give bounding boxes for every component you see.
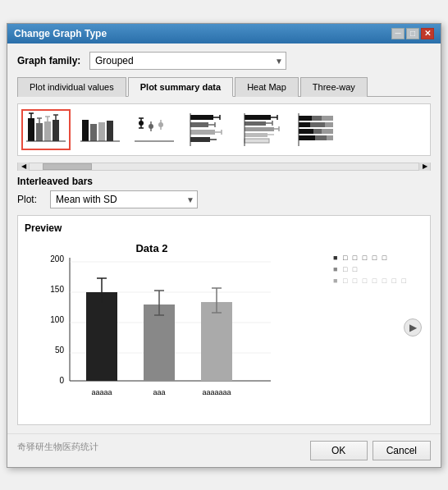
- chart-svg-area: Data 2 200 150 100 50 0: [25, 237, 304, 418]
- svg-rect-54: [245, 139, 269, 143]
- plot-select[interactable]: Mean with SD Mean with SEM Mean with 95%…: [50, 190, 198, 208]
- svg-rect-62: [299, 129, 313, 134]
- svg-text:200: 200: [50, 254, 64, 263]
- graph-option-6[interactable]: [292, 109, 341, 150]
- chart-svg: Data 2 200 150 100 50 0: [25, 237, 295, 414]
- svg-rect-12: [53, 120, 59, 141]
- chart-title: Data 2: [135, 242, 167, 254]
- graph-option-2[interactable]: [75, 109, 125, 150]
- legend-item-2: ■ □ □: [333, 265, 415, 273]
- graph-family-row: Graph family: Grouped XY Survival Bar Pa…: [17, 52, 431, 70]
- tab-plot-individual[interactable]: Plot individual values: [17, 77, 126, 97]
- title-bar-controls: ─ □ ✕: [391, 28, 434, 39]
- graph-option-1[interactable]: [21, 109, 71, 150]
- dialog-body: Graph family: Grouped XY Survival Bar Pa…: [7, 44, 441, 433]
- svg-rect-59: [299, 122, 310, 127]
- svg-rect-65: [299, 135, 315, 140]
- svg-rect-46: [245, 121, 266, 126]
- tab-three-way[interactable]: Three-way: [300, 77, 368, 97]
- graph-family-dropdown-wrapper: Grouped XY Survival Bar Parts of whole M…: [89, 52, 286, 70]
- graph-option-1-icon: [25, 112, 67, 148]
- title-bar: Change Graph Type ─ □ ✕: [7, 24, 441, 44]
- maximize-button[interactable]: □: [406, 28, 419, 39]
- watermark: 奇驿研生物医药统计: [17, 441, 98, 460]
- next-arrow-button[interactable]: ▶: [404, 318, 422, 337]
- svg-rect-4: [36, 123, 43, 141]
- svg-rect-49: [245, 127, 274, 131]
- legend-icon-3: ■ □ □ □ □ □ □ □: [333, 277, 408, 285]
- svg-rect-64: [322, 129, 333, 134]
- legend-area: ■ □ □ □ □ □ ■ □ □ ■ □ □ □ □ □ □ □: [333, 254, 415, 288]
- tab-heat-map[interactable]: Heat Map: [235, 77, 299, 97]
- svg-rect-88: [201, 302, 232, 381]
- svg-rect-58: [322, 116, 333, 121]
- scroll-left-button[interactable]: ◀: [18, 163, 30, 171]
- svg-text:aaaaaaa: aaaaaaa: [202, 388, 231, 396]
- legend-icon-2: ■ □ □: [333, 265, 359, 273]
- svg-rect-0: [28, 118, 34, 141]
- svg-rect-19: [98, 122, 105, 141]
- svg-rect-18: [90, 124, 97, 141]
- graph-option-3-icon: [133, 112, 176, 148]
- graph-option-5[interactable]: [238, 109, 287, 150]
- minimize-button[interactable]: ─: [391, 28, 405, 39]
- svg-rect-61: [325, 122, 333, 127]
- svg-text:aaaaa: aaaaa: [91, 388, 112, 396]
- graph-option-3[interactable]: [130, 109, 179, 150]
- svg-rect-84: [144, 305, 175, 381]
- graph-family-select[interactable]: Grouped XY Survival Bar Parts of whole M…: [89, 52, 286, 70]
- graph-option-6-icon: [295, 112, 338, 148]
- tab-plot-summary[interactable]: Plot summary data: [128, 77, 233, 97]
- graph-option-5-icon: [241, 112, 284, 148]
- graph-option-2-icon: [79, 112, 121, 148]
- close-button[interactable]: ✕: [421, 28, 434, 39]
- graph-family-label: Graph family:: [17, 55, 83, 66]
- preview-section: Preview Data 2 200 150 100 50: [17, 215, 431, 425]
- graph-option-4[interactable]: [184, 109, 233, 150]
- change-graph-type-dialog: Change Graph Type ─ □ ✕ Graph family: Gr…: [7, 23, 441, 468]
- svg-text:0: 0: [59, 376, 64, 385]
- svg-rect-43: [245, 115, 271, 120]
- legend-item-3: ■ □ □ □ □ □ □ □: [333, 277, 415, 285]
- plot-label: Plot:: [17, 194, 43, 205]
- scroll-right-button[interactable]: ▶: [418, 163, 430, 171]
- svg-rect-80: [86, 292, 117, 381]
- svg-rect-17: [82, 120, 89, 141]
- svg-rect-66: [315, 135, 327, 140]
- tabs-row: Plot individual values Plot summary data…: [17, 76, 431, 97]
- dialog-title: Change Graph Type: [14, 28, 107, 39]
- svg-rect-57: [312, 116, 322, 121]
- dialog-footer: 奇驿研生物医药统计 OK Cancel: [7, 433, 441, 467]
- svg-text:aaa: aaa: [153, 388, 165, 396]
- svg-rect-34: [190, 122, 208, 127]
- ok-button[interactable]: OK: [310, 441, 368, 460]
- svg-text:50: 50: [55, 346, 65, 355]
- legend-icon-1: ■ □ □ □ □ □: [333, 254, 388, 262]
- svg-rect-56: [299, 116, 312, 121]
- graph-option-4-icon: [187, 112, 230, 148]
- svg-rect-8: [44, 121, 51, 141]
- svg-rect-67: [327, 135, 333, 140]
- svg-rect-63: [313, 129, 322, 134]
- svg-text:100: 100: [50, 315, 64, 324]
- scrollbar-thumb[interactable]: [43, 163, 92, 170]
- svg-rect-31: [190, 115, 213, 120]
- graph-options-scrollbar[interactable]: ◀ ▶: [17, 163, 431, 171]
- svg-rect-40: [190, 137, 210, 142]
- svg-rect-20: [107, 121, 113, 141]
- preview-label: Preview: [25, 222, 423, 234]
- legend-item-1: ■ □ □ □ □ □: [333, 254, 415, 262]
- graph-options-container: [17, 103, 431, 156]
- svg-rect-52: [245, 133, 267, 137]
- section-label: Interleaved bars: [17, 176, 431, 187]
- svg-rect-60: [310, 122, 325, 127]
- plot-dropdown-wrapper: Mean with SD Mean with SEM Mean with 95%…: [50, 190, 198, 208]
- preview-chart: Data 2 200 150 100 50 0: [25, 237, 423, 418]
- cancel-button[interactable]: Cancel: [373, 441, 431, 460]
- plot-row: Plot: Mean with SD Mean with SEM Mean wi…: [17, 190, 431, 208]
- svg-text:150: 150: [50, 285, 64, 294]
- svg-rect-37: [190, 130, 215, 135]
